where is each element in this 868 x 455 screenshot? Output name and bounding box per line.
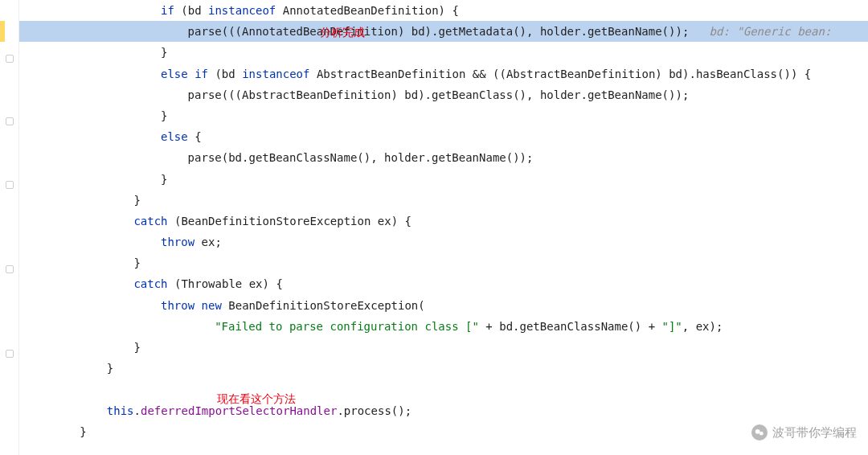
code-line[interactable]: else { <box>19 126 868 147</box>
code-line[interactable]: catch (Throwable ex) { <box>19 273 868 294</box>
fold-marker-icon[interactable] <box>6 55 14 63</box>
code-line[interactable]: } <box>19 42 868 63</box>
fold-marker-icon[interactable] <box>6 265 14 273</box>
code-line[interactable]: "Failed to parse configuration class [" … <box>19 316 868 337</box>
code-line[interactable]: } <box>19 169 868 190</box>
code-line[interactable] <box>19 379 868 400</box>
code-editor[interactable]: if (bd instanceof AnnotatedBeanDefinitio… <box>19 0 868 455</box>
code-line[interactable]: } <box>19 252 868 273</box>
code-line[interactable]: else if (bd instanceof AbstractBeanDefin… <box>19 64 868 84</box>
code-line[interactable]: } <box>19 105 868 126</box>
code-line[interactable]: parse(((AnnotatedBeanDefinition) bd).get… <box>19 21 868 42</box>
code-line[interactable]: throw ex; <box>19 232 868 252</box>
fold-marker-icon[interactable] <box>6 181 14 189</box>
code-line[interactable]: if (bd instanceof AnnotatedBeanDefinitio… <box>19 0 868 21</box>
code-line[interactable]: throw new BeanDefinitionStoreException( <box>19 295 868 316</box>
code-line[interactable]: this.deferredImportSelectorHandler.proce… <box>19 400 868 421</box>
fold-marker-icon[interactable] <box>6 350 14 358</box>
code-line[interactable]: parse(bd.getBeanClassName(), holder.getB… <box>19 147 868 168</box>
fold-marker-icon[interactable] <box>6 117 14 125</box>
code-line[interactable]: } <box>19 358 868 379</box>
editor-gutter <box>0 0 19 455</box>
code-line[interactable]: } <box>19 421 868 442</box>
code-line[interactable]: } <box>19 190 868 211</box>
editor-container: if (bd instanceof AnnotatedBeanDefinitio… <box>0 0 868 455</box>
code-line[interactable]: parse(((AbstractBeanDefinition) bd).getB… <box>19 84 868 105</box>
code-line[interactable]: } <box>19 337 868 358</box>
gutter-highlight-marker <box>0 21 5 42</box>
code-line[interactable]: catch (BeanDefinitionStoreException ex) … <box>19 211 868 232</box>
